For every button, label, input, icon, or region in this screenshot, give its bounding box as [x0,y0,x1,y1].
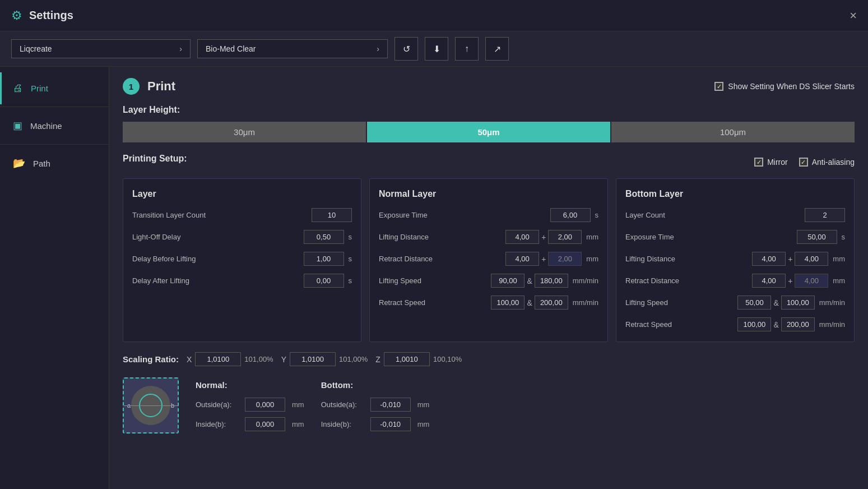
bottom-inside-input[interactable] [370,417,411,431]
normal-lifting-speed-input1[interactable] [491,274,524,288]
reset-button[interactable]: ↺ [394,37,418,61]
import-icon: ↑ [465,44,469,54]
z-scaling-percent: 100,10% [433,355,462,363]
normal-outside-input[interactable] [245,398,285,412]
anti-aliasing-toggle[interactable]: Anti-aliasing [799,158,855,167]
normal-retract-speed-row: Retract Speed & mm/min [379,296,598,310]
bottom-layer-count-input[interactable] [805,208,845,222]
delay-after-lifting-row: Delay After Lifting s [132,274,352,288]
bottom-lifting-dist-input1[interactable] [752,252,786,266]
material-dropdown[interactable]: Bio-Med Clear › [197,39,388,58]
download-icon: ⬇ [433,44,440,54]
title-bar: ⚙ Settings × [0,0,868,31]
bottom-layer-count-row: Layer Count [625,208,845,222]
normal-lifting-speed-input2[interactable] [535,274,568,288]
bottom-exposure-input[interactable] [797,230,837,244]
main-layout: 🖨 Print ▣ Machine 📂 Path 1 Print Show Se… [0,67,868,489]
z-scaling-input[interactable] [384,352,430,366]
bottom-retract-speed-inputs: & mm/min [737,317,845,331]
bottom-layer-count-inputs [805,208,845,222]
title-bar-left: ⚙ Settings [11,8,73,23]
normal-comp-title: Normal: [196,380,304,390]
normal-exposure-input[interactable] [550,208,591,222]
delay-after-lifting-inputs: s [304,274,352,288]
download-button[interactable]: ⬇ [425,37,448,61]
bottom-exposure-label: Exposure Time [625,233,674,241]
sidebar-item-machine[interactable]: ▣ Machine [0,109,109,142]
bottom-compensation-group: Bottom: Outside(a): mm Inside(b): mm [321,380,430,431]
content-title-group: 1 Print [123,78,175,95]
normal-lifting-speed-inputs: & mm/min [491,274,598,288]
mirror-checkbox[interactable] [754,158,763,167]
manufacturer-dropdown[interactable]: Liqcreate › [11,39,191,58]
bottom-retract-speed-unit: mm/min [819,320,845,329]
normal-lifting-dist-input1[interactable] [505,230,539,244]
normal-retract-dist-input1[interactable] [505,252,539,266]
light-off-delay-input[interactable] [304,230,344,244]
normal-lifting-dist-input2[interactable] [548,230,582,244]
bottom-lifting-dist-unit: mm [833,255,845,263]
show-setting-checkbox[interactable] [714,82,723,91]
bottom-lifting-speed-input1[interactable] [737,296,771,310]
toolbar: Liqcreate › Bio-Med Clear › ↺ ⬇ ↑ ↗ [0,31,868,67]
y-scaling-input[interactable] [290,352,336,366]
normal-inside-row: Inside(b): mm [196,417,304,431]
scaling-ratio-label: Scaling Ratio: [123,354,179,364]
gear-icon: ⚙ [11,8,22,23]
bottom-retract-speed-input1[interactable] [737,317,771,331]
normal-retract-dist-row: Retract Distance + mm [379,252,598,266]
amp-sign-2: & [527,298,532,307]
close-button[interactable]: × [850,10,857,22]
bottom-lifting-dist-input2[interactable] [795,252,828,266]
normal-outside-label: Outside(a): [196,400,240,409]
bottom-retract-dist-input1[interactable] [752,274,786,288]
layer-card-title: Layer [132,189,352,199]
bottom-outside-unit: mm [417,400,430,409]
sidebar-item-print[interactable]: 🖨 Print [0,72,109,104]
path-icon: 📂 [13,157,25,169]
export-button[interactable]: ↗ [485,37,509,61]
plus-sign-4: + [788,276,792,285]
delay-after-lifting-unit: s [349,276,352,285]
bottom-inside-label: Inside(b): [321,420,366,428]
step-number: 1 [123,78,140,95]
layer-50-button[interactable]: 50μm [367,122,610,142]
content-header: 1 Print Show Setting When DS Slicer Star… [123,78,855,95]
bottom-lifting-speed-input2[interactable] [781,296,815,310]
bottom-retract-speed-input2[interactable] [781,317,815,331]
light-off-delay-row: Light-Off Delay s [132,230,352,244]
normal-compensation-group: Normal: Outside(a): mm Inside(b): mm [196,380,304,431]
sidebar-item-path[interactable]: 📂 Path [0,147,109,179]
x-scaling-input[interactable] [195,352,241,366]
layer-100-button[interactable]: 100μm [611,122,855,142]
bottom-lifting-dist-row: Lifting Distance + mm [625,252,845,266]
anti-aliasing-checkbox[interactable] [799,158,808,167]
sidebar-divider-2 [0,144,109,145]
sidebar-label-path: Path [33,159,50,168]
normal-lifting-dist-row: Lifting Distance + mm [379,230,598,244]
layer-30-button[interactable]: 30μm [123,122,366,142]
delay-before-lifting-input[interactable] [304,252,344,266]
transition-layer-row: Transition Layer Count [132,208,352,222]
bottom-inside-row: Inside(b): mm [321,417,430,431]
sidebar: 🖨 Print ▣ Machine 📂 Path [0,67,109,489]
z-axis-letter: Z [375,355,380,364]
delay-after-lifting-input[interactable] [304,274,344,288]
normal-retract-speed-unit: mm/min [573,298,598,307]
normal-exposure-unit: s [595,211,599,219]
bottom-retract-dist-input2[interactable] [795,274,828,288]
bottom-lifting-speed-inputs: & mm/min [737,296,845,310]
bottom-retract-dist-row: Retract Distance + mm [625,274,845,288]
normal-inside-input[interactable] [245,417,285,431]
normal-layer-card: Normal Layer Exposure Time s Lifting Dis… [369,178,608,342]
normal-retract-dist-input2[interactable] [548,252,582,266]
normal-retract-speed-input2[interactable] [535,296,568,310]
mirror-toggle[interactable]: Mirror [754,158,788,167]
transition-layer-input[interactable] [312,208,352,222]
normal-retract-speed-inputs: & mm/min [491,296,598,310]
bottom-outside-input[interactable] [370,398,411,412]
import-button[interactable]: ↑ [455,37,479,61]
normal-retract-speed-input1[interactable] [491,296,524,310]
normal-outside-unit: mm [292,400,304,409]
normal-retract-dist-unit: mm [586,255,598,263]
